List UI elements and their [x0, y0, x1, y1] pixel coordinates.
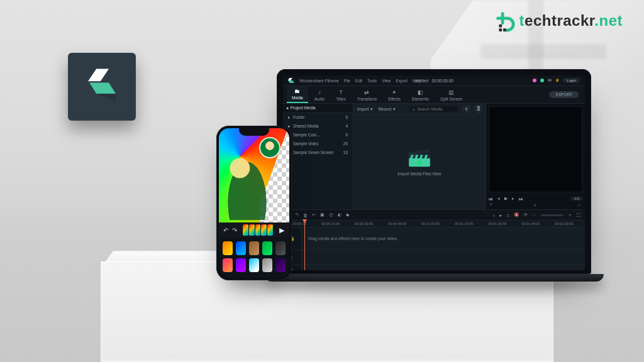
- step-back-button[interactable]: ◂: [497, 196, 500, 201]
- effects-icon: ✦: [392, 90, 397, 96]
- sort-icon: ≣: [477, 107, 480, 112]
- split-button[interactable]: ✂: [312, 212, 316, 217]
- speed-button[interactable]: ⏱: [329, 213, 333, 217]
- render-button[interactable]: ⟳: [524, 212, 528, 217]
- crop-button[interactable]: ▣: [320, 212, 325, 217]
- tab-effects[interactable]: ✦Effects: [383, 87, 406, 103]
- snapshot-button[interactable]: ⌀: [534, 202, 536, 207]
- mute-button[interactable]: 🔇: [514, 212, 519, 217]
- sidebar-item-sample-colors[interactable]: ▸Sample Colo...6: [283, 131, 353, 140]
- marker-button[interactable]: ⬨: [492, 213, 495, 217]
- effect-thumb[interactable]: [262, 258, 272, 272]
- mobile-transport: ↶ ↷ ▶: [219, 222, 289, 238]
- sidebar-item-green-screen[interactable]: ▸Sample Green Screen10: [283, 148, 353, 157]
- sidebar-item-folder[interactable]: ▸Folder0: [283, 113, 353, 122]
- cloud-status-icon[interactable]: [540, 79, 544, 82]
- filmstrip-thumb: [267, 224, 273, 236]
- effect-thumb[interactable]: [275, 258, 286, 272]
- svg-marker-4: [89, 82, 116, 94]
- laptop-base: [264, 274, 604, 282]
- module-tabs: 🖿Media ♪Audio TTitles ⇄Transitions ✦Effe…: [283, 86, 585, 104]
- sidebar-header[interactable]: ▸ Project Media: [283, 104, 353, 113]
- mobile-preview-pip[interactable]: [259, 137, 280, 158]
- export-button[interactable]: EXPORT: [549, 91, 579, 98]
- next-frame-button[interactable]: ⏭: [519, 197, 523, 201]
- filmstrip-thumb: [255, 224, 261, 236]
- record-dropdown[interactable]: Record ▾: [378, 107, 396, 112]
- zoom-slider[interactable]: [541, 214, 564, 216]
- tab-audio[interactable]: ♪Audio: [309, 87, 330, 103]
- play-button[interactable]: ▶: [504, 196, 508, 201]
- notif-dot-icon[interactable]: [533, 79, 536, 82]
- media-icon: 🖿: [294, 89, 300, 94]
- menu-help[interactable]: Help: [413, 79, 421, 83]
- filter-button[interactable]: ⚲: [463, 106, 470, 112]
- zoom-ratio[interactable]: 1/2: [571, 197, 582, 200]
- tab-transitions[interactable]: ⇄Transitions: [352, 87, 382, 103]
- timeline-track-audio[interactable]: ♪: [283, 250, 585, 265]
- mixer-button[interactable]: ♫: [506, 213, 509, 217]
- media-dropzone[interactable]: Import Media Files Here: [353, 115, 486, 209]
- timeline-ruler[interactable]: 00:00:00:0000:00:15:0000:00:30:0000:00:4…: [283, 221, 585, 228]
- fullscreen-button[interactable]: ⤢: [578, 202, 581, 207]
- chevron-down-icon: ▾: [370, 107, 373, 112]
- color-button[interactable]: ◐: [338, 212, 341, 217]
- timeline-track-text[interactable]: T: [283, 265, 585, 270]
- chevron-down-icon: ▾: [393, 107, 396, 112]
- delete-button[interactable]: 🗑: [303, 213, 308, 217]
- timeline-playhead[interactable]: [304, 221, 305, 270]
- effect-thumb[interactable]: [223, 258, 233, 272]
- import-dropdown[interactable]: Import ▾: [357, 107, 373, 112]
- search-input[interactable]: [417, 107, 455, 111]
- filmstrip-thumb: [261, 224, 267, 236]
- greenscreen-button[interactable]: ◆: [346, 212, 349, 217]
- effect-thumb[interactable]: [223, 241, 233, 255]
- phone-notch: [239, 128, 269, 136]
- tab-titles[interactable]: TTitles: [331, 87, 350, 103]
- preview-sub-left: 0: [490, 202, 492, 207]
- mobile-redo-button[interactable]: ↷: [232, 227, 237, 234]
- menu-edit[interactable]: Edit: [355, 79, 362, 83]
- sidebar-item-sample-video[interactable]: ▸Sample Video26: [283, 140, 353, 148]
- effect-thumb[interactable]: [249, 241, 259, 255]
- login-button[interactable]: Login: [563, 78, 580, 83]
- site-watermark: techtrackr.net: [492, 9, 623, 33]
- zoom-in-button[interactable]: ＋: [568, 212, 572, 218]
- mobile-filmstrip[interactable]: [242, 223, 274, 237]
- tab-media[interactable]: 🖿Media: [287, 86, 308, 103]
- record-vo-button[interactable]: ●: [499, 213, 502, 217]
- filmora-desktop-app: Wondershare Filmora File Edit Tools View…: [283, 75, 585, 270]
- mobile-effect-tray: [219, 238, 289, 278]
- effect-thumb[interactable]: [236, 258, 246, 272]
- effect-thumb[interactable]: [236, 241, 246, 255]
- effect-thumb[interactable]: [262, 241, 272, 255]
- timeline-track-video[interactable]: 🔒 Drag media and effects here to create …: [283, 228, 585, 250]
- mobile-preview[interactable]: [219, 128, 289, 222]
- svg-rect-0: [499, 25, 502, 28]
- svg-marker-5: [96, 94, 116, 102]
- sidebar-item-shared-media[interactable]: ▸Shared Media4: [283, 122, 353, 131]
- app-name: Wondershare Filmora: [299, 79, 338, 83]
- step-fwd-button[interactable]: ▸: [512, 196, 514, 201]
- redo-button[interactable]: ↷: [295, 212, 299, 217]
- mobile-undo-button[interactable]: ↶: [223, 227, 228, 234]
- tab-split-screen[interactable]: ▥Split Screen: [435, 87, 467, 103]
- message-icon[interactable]: ✉: [548, 78, 552, 83]
- effect-thumb[interactable]: [275, 241, 286, 255]
- prev-frame-button[interactable]: ⏮: [489, 197, 493, 201]
- menu-export[interactable]: Export: [396, 79, 408, 83]
- mobile-play-button[interactable]: ▶: [279, 226, 284, 234]
- menu-view[interactable]: View: [382, 79, 391, 83]
- menu-tools[interactable]: Tools: [367, 79, 377, 83]
- media-search[interactable]: ⌕: [409, 106, 458, 112]
- zoom-fit-button[interactable]: ⛶: [577, 213, 581, 217]
- sort-button[interactable]: ≣: [475, 106, 482, 112]
- tab-elements[interactable]: ◧Elements: [407, 87, 434, 103]
- zoom-out-button[interactable]: －: [532, 212, 536, 218]
- premium-icon[interactable]: ♛: [555, 78, 559, 83]
- menu-file[interactable]: File: [343, 79, 350, 83]
- effect-thumb[interactable]: [249, 258, 259, 272]
- preview-viewport[interactable]: [489, 106, 582, 192]
- filmora-logo-icon: [288, 77, 294, 84]
- svg-rect-1: [499, 28, 502, 31]
